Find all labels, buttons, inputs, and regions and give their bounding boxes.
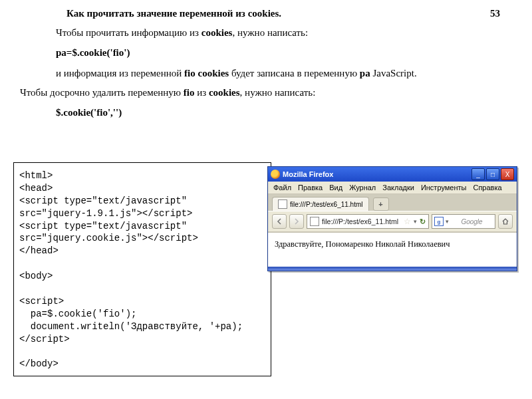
- code-read-cookie: pa=$.cookie('fio'): [0, 42, 532, 64]
- menu-help[interactable]: Справка: [473, 184, 501, 192]
- window-title: Mozilla Firefox: [283, 170, 471, 178]
- page-title: Как прочитать значение переменной из coo…: [66, 8, 281, 19]
- url-dropdown-icon[interactable]: ▾: [414, 218, 417, 225]
- rendered-text: Здравствуйте, Пономаренко Николай Никола…: [275, 239, 450, 249]
- url-field[interactable]: file:///P:/test/ex6_11.html ☆ ▾ ↻: [307, 214, 429, 229]
- bookmark-icon[interactable]: ☆: [404, 217, 411, 226]
- tab-label: file:///P:/test/ex6_11.html: [290, 201, 363, 208]
- menu-bookmarks[interactable]: Закладки: [382, 184, 414, 192]
- back-button[interactable]: [272, 214, 287, 229]
- search-engine-dropdown-icon[interactable]: ▾: [446, 218, 449, 225]
- code-listing: <html> <head> <script type="text/javascr…: [13, 162, 271, 376]
- text: JavaScript.: [370, 68, 417, 78]
- paragraph-3: Чтобы досрочно удалить переменную fio из…: [0, 83, 532, 102]
- keyword-fio: fio: [184, 87, 195, 98]
- menu-file[interactable]: Файл: [273, 184, 291, 192]
- new-tab-button[interactable]: +: [373, 198, 389, 211]
- search-field[interactable]: g ▾ Google: [432, 214, 495, 229]
- menu-journal[interactable]: Журнал: [349, 184, 376, 192]
- menu-edit[interactable]: Правка: [298, 184, 323, 192]
- text: из: [194, 87, 208, 98]
- menu-view[interactable]: Вид: [329, 184, 342, 192]
- menu-tools[interactable]: Инструменты: [421, 184, 467, 192]
- page-number: 53: [490, 8, 500, 19]
- text: , нужно написать:: [240, 87, 316, 98]
- maximize-button[interactable]: □: [486, 168, 499, 180]
- address-bar: file:///P:/test/ex6_11.html ☆ ▾ ↻ g ▾ Go…: [268, 211, 517, 232]
- forward-button[interactable]: [289, 214, 304, 229]
- firefox-icon: [271, 170, 280, 179]
- paragraph-2: и информация из переменной fio cookies б…: [0, 64, 532, 82]
- keyword-cookies: cookies: [201, 27, 233, 38]
- search-placeholder: Google: [451, 218, 493, 225]
- reload-icon[interactable]: ↻: [420, 217, 426, 226]
- google-icon: g: [434, 217, 444, 226]
- keyword-fio-cookies: fio cookies: [184, 68, 229, 78]
- text: Чтобы досрочно удалить переменную: [20, 87, 184, 98]
- page-icon: [310, 217, 319, 226]
- close-button[interactable]: X: [501, 168, 514, 180]
- text: будет записана в переменную: [229, 68, 360, 78]
- paragraph-1: Чтобы прочитать информацию из cookies, н…: [0, 23, 532, 42]
- tab-active[interactable]: file:///P:/test/ex6_11.html: [272, 197, 369, 211]
- text: и информация из переменной: [56, 68, 184, 78]
- home-button[interactable]: [498, 214, 513, 229]
- text: Чтобы прочитать информацию из: [56, 27, 201, 38]
- text: , нужно написать:: [232, 27, 308, 38]
- window-bottom-border: [268, 267, 517, 271]
- tabbar: file:///P:/test/ex6_11.html +: [268, 194, 517, 211]
- document-icon: [278, 200, 287, 209]
- keyword-cookies-2: cookies: [209, 87, 240, 98]
- browser-window: Mozilla Firefox _ □ X Файл Правка Вид Жу…: [267, 166, 517, 271]
- minimize-button[interactable]: _: [471, 168, 485, 180]
- page-content: Здравствуйте, Пономаренко Николай Никола…: [268, 232, 517, 267]
- titlebar[interactable]: Mozilla Firefox _ □ X: [268, 167, 517, 182]
- keyword-pa: pa: [360, 68, 370, 78]
- url-text: file:///P:/test/ex6_11.html: [322, 217, 401, 225]
- code-delete-cookie: $.cookie('fio',''): [0, 102, 532, 124]
- menubar: Файл Правка Вид Журнал Закладки Инструме…: [268, 182, 517, 194]
